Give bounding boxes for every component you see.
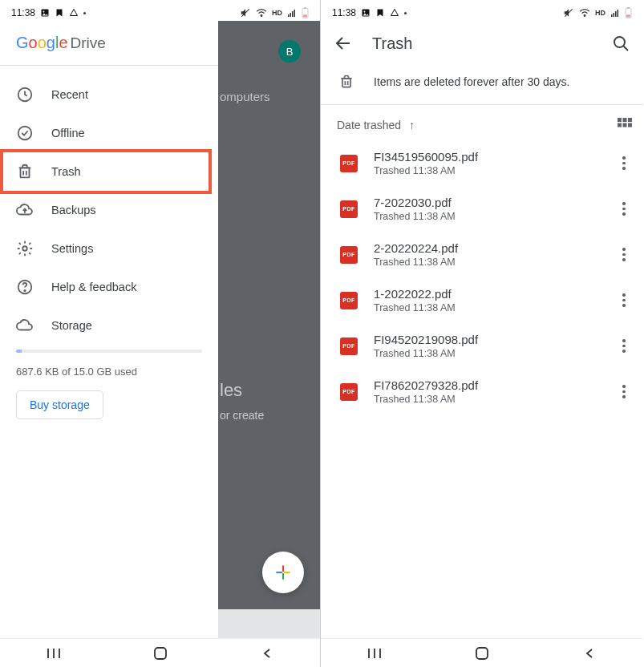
tab-computers-partial: omputers	[220, 90, 270, 103]
storage-icon	[16, 317, 34, 334]
picture-icon	[40, 8, 50, 18]
search-icon[interactable]	[611, 34, 630, 53]
back-button[interactable]	[255, 641, 279, 665]
more-options-icon[interactable]	[616, 156, 632, 172]
svg-rect-4	[288, 14, 290, 17]
file-name: FI34519560095.pdf	[374, 150, 600, 164]
svg-rect-45	[628, 123, 632, 127]
svg-rect-37	[342, 79, 350, 87]
file-subtitle: Trashed 11:38 AM	[374, 394, 600, 405]
sidebar-item-offline[interactable]: Offline	[0, 114, 218, 152]
sidebar-item-backups[interactable]: Backups	[0, 191, 218, 229]
svg-rect-5	[290, 13, 292, 17]
svg-point-26	[584, 15, 585, 17]
file-subtitle: Trashed 11:38 AM	[374, 165, 600, 176]
offline-icon	[16, 124, 34, 142]
svg-rect-30	[618, 10, 619, 17]
empty-state-sub-partial: or create	[220, 409, 264, 422]
pdf-icon: PDF	[340, 338, 358, 355]
file-subtitle: Trashed 11:38 AM	[374, 348, 600, 359]
pdf-icon: PDF	[340, 200, 358, 218]
file-row[interactable]: PDF2-20220224.pdfTrashed 11:38 AM	[321, 232, 643, 277]
svg-point-18	[24, 290, 25, 291]
svg-rect-7	[294, 10, 296, 17]
grid-view-icon[interactable]	[618, 118, 632, 132]
svg-point-1	[43, 11, 45, 13]
mute-icon	[563, 7, 574, 18]
google-drive-logo: GoogleDrive	[16, 34, 106, 51]
file-subtitle: Trashed 11:38 AM	[374, 257, 600, 268]
app-bar: Trash	[321, 21, 643, 66]
sidebar-item-label: Help & feedback	[51, 281, 136, 293]
more-options-icon[interactable]	[616, 338, 632, 354]
hd-badge: HD	[595, 9, 606, 17]
sidebar-item-help[interactable]: Help & feedback	[0, 268, 218, 306]
signal-icon	[610, 8, 620, 18]
svg-rect-40	[618, 118, 622, 122]
wifi-icon	[579, 7, 590, 18]
recents-button[interactable]	[363, 641, 387, 665]
file-row[interactable]: PDFFI78620279328.pdfTrashed 11:38 AM	[321, 369, 643, 414]
buy-storage-button[interactable]: Buy storage	[16, 390, 103, 419]
sidebar-item-storage[interactable]: Storage	[0, 306, 218, 345]
recents-button[interactable]	[42, 641, 66, 665]
sidebar-item-label: Settings	[51, 242, 93, 255]
sort-button[interactable]: Date trashed ↑	[337, 119, 415, 131]
sidebar-item-label: Backups	[51, 204, 96, 216]
sidebar-item-settings[interactable]: Settings	[0, 229, 218, 268]
file-name: 2-20220224.pdf	[374, 241, 600, 255]
dimmed-background[interactable]: B omputers les or create Files	[218, 21, 320, 638]
file-name: FI94520219098.pdf	[374, 333, 600, 346]
file-subtitle: Trashed 11:38 AM	[374, 211, 600, 222]
file-row[interactable]: PDFFI34519560095.pdfTrashed 11:38 AM	[321, 140, 643, 186]
create-fab[interactable]	[262, 552, 304, 593]
file-row[interactable]: PDF1-2022022.pdfTrashed 11:38 AM	[321, 277, 643, 323]
sidebar-item-label: Trash	[51, 165, 81, 178]
svg-rect-6	[292, 11, 294, 17]
dot-icon	[83, 12, 86, 14]
tab-files[interactable]: Files	[273, 609, 293, 635]
right-phone: 11:38 HD	[321, 0, 643, 667]
svg-rect-33	[626, 14, 630, 17]
info-banner-text: Items are deleted forever after 30 days.	[374, 75, 569, 88]
signal-icon	[287, 8, 297, 18]
more-options-icon[interactable]	[616, 384, 632, 400]
sidebar-item-label: Offline	[51, 127, 85, 139]
sidebar-item-recent[interactable]: Recent	[0, 75, 218, 114]
navigation-drawer: GoogleDrive RecentOfflineTrashBackupsSet…	[0, 21, 218, 638]
back-button[interactable]	[577, 641, 601, 665]
drawer-header: GoogleDrive	[0, 21, 218, 66]
pdf-icon: PDF	[340, 246, 358, 264]
more-options-icon[interactable]	[616, 201, 632, 217]
svg-point-3	[261, 15, 262, 17]
more-options-icon[interactable]	[616, 293, 632, 309]
download-icon	[55, 8, 64, 18]
svg-rect-32	[627, 7, 630, 9]
file-row[interactable]: PDF7-2022030.pdfTrashed 11:38 AM	[321, 186, 643, 232]
more-options-icon[interactable]	[616, 247, 632, 263]
dot-icon	[404, 12, 407, 14]
svg-rect-10	[303, 14, 307, 17]
storage-usage-text: 687.6 KB of 15.0 GB used	[16, 366, 202, 378]
trash-icon	[338, 74, 354, 90]
svg-point-24	[364, 11, 366, 13]
sidebar-item-label: Storage	[51, 319, 92, 332]
sidebar-item-label: Recent	[51, 88, 88, 101]
sidebar-item-trash[interactable]: Trash	[0, 152, 218, 191]
battery-icon	[625, 7, 632, 18]
file-row[interactable]: PDFFI94520219098.pdfTrashed 11:38 AM	[321, 323, 643, 369]
empty-state-title-partial: les	[220, 380, 242, 401]
home-button[interactable]	[148, 641, 172, 665]
svg-rect-41	[623, 118, 627, 122]
pdf-icon: PDF	[340, 383, 358, 401]
back-arrow-icon[interactable]	[334, 34, 353, 53]
settings-icon	[16, 240, 34, 257]
svg-rect-44	[623, 123, 627, 127]
home-button[interactable]	[470, 641, 494, 665]
svg-rect-27	[611, 14, 613, 17]
file-name: 1-2022022.pdf	[374, 287, 600, 301]
backups-icon	[16, 201, 34, 219]
account-avatar[interactable]: B	[278, 40, 301, 63]
file-list[interactable]: PDFFI34519560095.pdfTrashed 11:38 AMPDF7…	[321, 140, 643, 638]
svg-rect-49	[476, 648, 488, 659]
